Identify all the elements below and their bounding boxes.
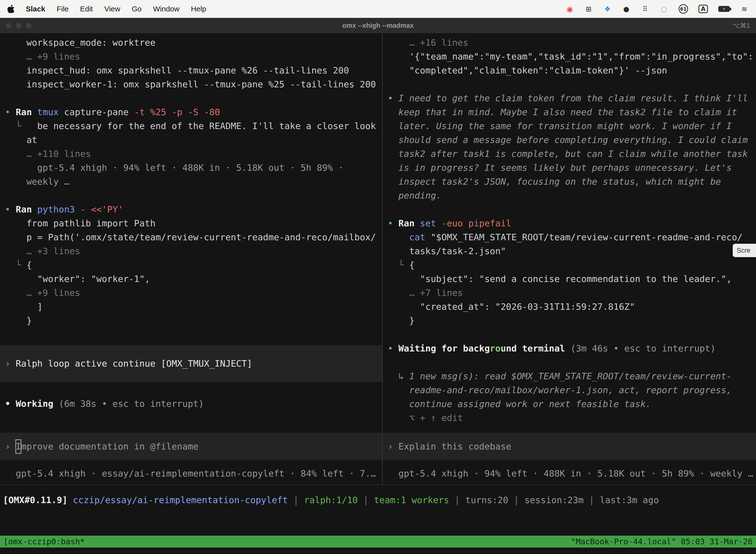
- text-segment: p = Path('.omx/state/team/review-current…: [5, 232, 376, 242]
- tmux-session-label: [omx-cczip0:bash*: [3, 537, 85, 546]
- text-segment: (3m 46s • esc to interrupt): [565, 343, 715, 353]
- screen-record-icon[interactable]: ◉: [566, 4, 574, 14]
- pane-status-line: gpt-5.4 xhigh · essay/ai-reimplementatio…: [0, 466, 382, 481]
- text-segment: ›: [5, 357, 16, 371]
- composer-input[interactable]: › Improve documentation in @filename: [0, 433, 382, 460]
- text-segment: nd terminal: [506, 343, 565, 353]
- menu-go[interactable]: Go: [132, 5, 142, 13]
- text-segment: -euo pipefail: [436, 218, 511, 228]
- text-segment: |: [358, 495, 374, 505]
- text-segment: inspect_hud: omx sparkshell --tmux-pane …: [5, 65, 349, 75]
- tmux-status-bar: [omx-cczip0:bash* "MacBook-Pro-44.local"…: [0, 536, 756, 548]
- text-segment: be necessary for the end of the README. …: [37, 121, 376, 131]
- battery-percent-icon[interactable]: 61: [679, 4, 688, 14]
- text-segment: python3: [37, 204, 75, 214]
- control-center-icon[interactable]: ≋: [740, 4, 749, 14]
- text-segment: Ran: [16, 204, 37, 214]
- text-segment: … +3 lines: [5, 246, 80, 256]
- text-segment: Explain this codebase: [398, 440, 511, 453]
- team-workers: team:1 workers: [374, 495, 449, 505]
- terminal-line: pending.: [383, 189, 756, 203]
- text-segment: ]: [5, 301, 43, 312]
- terminal-line: is in progress? It seems likely but perh…: [383, 161, 756, 175]
- menu-window[interactable]: Window: [153, 5, 180, 13]
- close-button[interactable]: [5, 22, 11, 29]
- terminal-line: [0, 91, 382, 105]
- ghost-app-icon[interactable]: ○: [660, 4, 668, 14]
- app-menus: FileEditViewGoWindowHelp: [57, 5, 206, 13]
- tmux-host-clock: "MacBook-Pro-44.local" 05:03 31-Mar-26: [571, 537, 753, 546]
- menu-bar-left: Slack FileEditViewGoWindowHelp: [7, 5, 206, 13]
- terminal-line: }: [0, 314, 382, 328]
- text-segment: … +9 lines: [5, 51, 80, 62]
- text-segment: gpt-5.4 xhigh · 94% left · 488K in · 5.1…: [5, 163, 343, 173]
- terminal-line: workspace_mode: worktree: [0, 36, 382, 50]
- queued-message-banner[interactable]: › Ralph loop active continue [OMX_TMUX_I…: [0, 345, 382, 382]
- text-segment: └: [388, 260, 409, 270]
- minimize-button[interactable]: [16, 22, 21, 29]
- terminal-line: [383, 203, 756, 216]
- terminal-line: … +9 lines: [0, 286, 382, 300]
- window-title: omx --xhigh --madmax: [342, 22, 414, 30]
- text-segment: (6m 38s • esc to interrupt): [53, 399, 204, 409]
- dark-circle-app-icon[interactable]: ●: [622, 4, 630, 14]
- text-segment: gpt-5.4 xhigh · essay/ai-reimplementatio…: [5, 468, 376, 479]
- terminal-line: "subject": "send a concise recommendatio…: [383, 272, 756, 286]
- text-segment: … +110 lines: [5, 149, 91, 159]
- terminal-line: from pathlib import Path: [0, 216, 382, 230]
- text-segment: task2 after task1 is complete, but can I…: [388, 149, 748, 159]
- text-segment: should send a message before completing …: [388, 135, 748, 145]
- text-segment: •: [5, 204, 16, 214]
- text-segment: keep that in mind. Maybe I also need the…: [388, 107, 737, 117]
- text-segment: -t %25 -p -S -80: [129, 107, 220, 117]
- menu-view[interactable]: View: [104, 5, 120, 13]
- terminal: workspace_mode: worktree … +9 lines insp…: [0, 34, 756, 554]
- text-segment: gpt-5.4 xhigh · 94% left · 488K in · 5.1…: [388, 468, 753, 479]
- terminal-line: ⌥ + ↑ edit: [383, 411, 756, 425]
- menu-file[interactable]: File: [57, 5, 68, 13]
- text-segment: "$OMX_TEAM_STATE_ROOT/team/review-curren…: [425, 232, 743, 242]
- active-app-name[interactable]: Slack: [26, 5, 45, 13]
- text-segment: at: [5, 135, 37, 145]
- composer-input[interactable]: › Explain this codebase: [383, 433, 756, 460]
- menu-bar: Slack FileEditViewGoWindowHelp ◉⊞❖●⠿○61A…: [0, 0, 756, 18]
- text-segment: is in progress? It seems likely but perh…: [388, 163, 732, 173]
- text-segment: set: [420, 218, 436, 228]
- blue-app-icon[interactable]: ❖: [603, 4, 612, 14]
- dots-grid-icon[interactable]: ⠿: [641, 4, 649, 14]
- text-segment: }: [5, 316, 32, 326]
- menu-bar-status-icons: ◉⊞❖●⠿○61A⚡≋: [566, 4, 749, 14]
- text-segment: weekly …: [5, 176, 69, 187]
- ralph-counter: ralph:1/10: [304, 495, 358, 505]
- text-segment: └: [5, 260, 26, 270]
- menu-help[interactable]: Help: [191, 5, 206, 13]
- text-segment: Waiting for backg: [398, 343, 490, 353]
- omx-version: [OMX#0.11.9]: [3, 495, 67, 505]
- window-grid-icon[interactable]: ⊞: [584, 4, 593, 14]
- input-source-icon[interactable]: A: [698, 5, 708, 13]
- text-segment: ⌥ + ↑ edit: [388, 413, 463, 423]
- terminal-line: [383, 77, 756, 91]
- terminal-line: • Ran set -euo pipefail: [383, 216, 756, 230]
- terminal-line: gpt-5.4 xhigh · 94% left · 488K in · 5.1…: [0, 161, 382, 175]
- terminal-line: later. Using the same for transition mig…: [383, 119, 756, 133]
- zoom-button[interactable]: [26, 22, 32, 29]
- left-pane: workspace_mode: worktree … +9 lines insp…: [0, 34, 382, 485]
- text-segment: inspect_worker-1: omx sparkshell --tmux-…: [5, 79, 376, 89]
- terminal-line: └ {: [383, 258, 756, 272]
- menu-edit[interactable]: Edit: [80, 5, 93, 13]
- terminal-line: [383, 355, 756, 369]
- terminal-line: should send a message before completing …: [383, 133, 756, 147]
- text-segment: }: [388, 316, 415, 326]
- text-segment: … +9 lines: [5, 288, 80, 298]
- terminal-line: • Ran python3 - <<'PY': [0, 203, 382, 216]
- text-segment: workspace_mode: worktree: [5, 38, 155, 48]
- screenshot-toast[interactable]: Scre: [733, 244, 756, 257]
- terminal-line: readme-and-reco/mailbox/worker-1.json, a…: [383, 383, 756, 397]
- apple-menu-icon[interactable]: [7, 5, 14, 13]
- text-segment: capture-pane: [59, 107, 129, 117]
- text-segment: ›: [388, 440, 398, 453]
- battery-charging-icon[interactable]: ⚡: [718, 6, 730, 12]
- terminal-empty-area: [0, 515, 756, 536]
- terminal-line: ↳ 1 new msg(s): read $OMX_TEAM_STATE_ROO…: [383, 369, 756, 383]
